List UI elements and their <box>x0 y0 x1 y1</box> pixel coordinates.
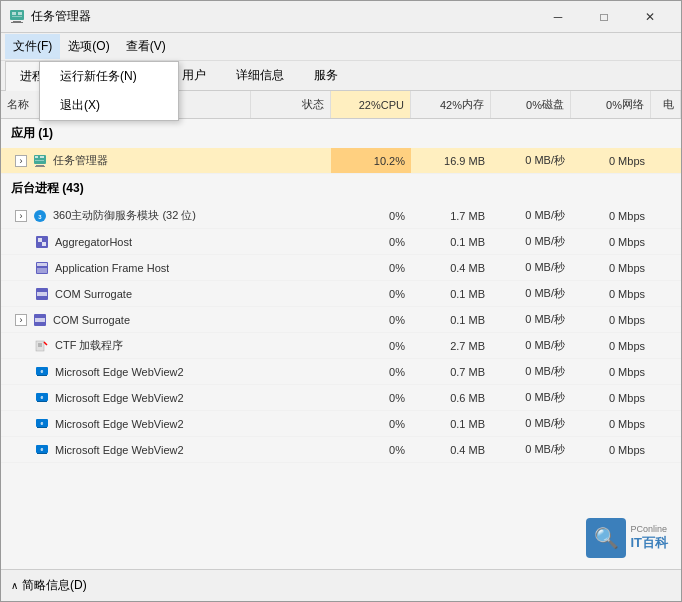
menu-run-new-task[interactable]: 运行新任务(N) <box>40 62 178 91</box>
table-row[interactable]: CTF 加载程序 0% 2.7 MB 0 MB/秒 0 Mbps <box>1 333 681 359</box>
th-network[interactable]: 0% 网络 <box>571 91 651 118</box>
title-bar: 任务管理器 ─ □ ✕ <box>1 1 681 33</box>
process-icon-task-manager <box>33 154 47 168</box>
minimize-button[interactable]: ─ <box>535 1 581 33</box>
table-row[interactable]: › 3 360主动防御服务模块 (32 位) 0% 1.7 MB 0 MB/秒 <box>1 203 681 229</box>
process-cpu: 0% <box>331 359 411 384</box>
process-name-wrapper: e Microsoft Edge WebView2 <box>7 443 184 457</box>
table-row[interactable]: e Microsoft Edge WebView2 0% 0.4 MB 0 MB… <box>1 437 681 463</box>
process-status <box>251 148 331 173</box>
process-cpu: 10.2% <box>331 148 411 173</box>
process-network: 0 Mbps <box>571 359 651 384</box>
process-name-cell: Application Frame Host <box>1 255 251 280</box>
process-icon-edge4: e <box>35 443 49 457</box>
svg-rect-9 <box>35 160 44 161</box>
process-memory: 0.4 MB <box>411 437 491 462</box>
svg-rect-8 <box>40 156 44 158</box>
process-memory: 0.4 MB <box>411 255 491 280</box>
process-disk: 0 MB/秒 <box>491 203 571 228</box>
table-row[interactable]: e Microsoft Edge WebView2 0% 0.6 MB 0 MB… <box>1 385 681 411</box>
disk-percent: 0% <box>526 99 542 111</box>
process-cpu: 0% <box>331 411 411 436</box>
process-memory: 0.1 MB <box>411 229 491 254</box>
process-name-cell: › 任务管理器 <box>1 148 251 173</box>
process-disk: 0 MB/秒 <box>491 359 571 384</box>
process-network: 0 Mbps <box>571 148 651 173</box>
process-cpu: 0% <box>331 333 411 358</box>
watermark-text: PConline IT百科 <box>630 524 668 552</box>
th-memory[interactable]: 42% 内存 <box>411 91 491 118</box>
process-icon-edge1: e <box>35 365 49 379</box>
task-manager-window: 任务管理器 ─ □ ✕ 文件(F) 选项(O) 查看(V) 运行新任务(N) 退… <box>0 0 682 602</box>
window-title: 任务管理器 <box>31 8 535 25</box>
expand-button[interactable]: › <box>15 155 27 167</box>
svg-rect-2 <box>18 12 22 15</box>
process-disk: 0 MB/秒 <box>491 307 571 332</box>
table-row[interactable]: › 任务管理器 <box>1 148 681 174</box>
table-row[interactable]: e Microsoft Edge WebView2 0% 0.7 MB 0 MB… <box>1 359 681 385</box>
tab-details[interactable]: 详细信息 <box>221 60 299 90</box>
file-dropdown-menu: 运行新任务(N) 退出(X) <box>39 61 179 121</box>
menu-exit[interactable]: 退出(X) <box>40 91 178 120</box>
svg-rect-11 <box>35 166 45 167</box>
th-cpu[interactable]: 22% CPU <box>331 91 411 118</box>
process-cpu: 0% <box>331 255 411 280</box>
process-network: 0 Mbps <box>571 385 651 410</box>
status-bar-content[interactable]: ∧ 简略信息(D) <box>11 577 87 594</box>
process-cpu: 0% <box>331 437 411 462</box>
process-status <box>251 203 331 228</box>
close-button[interactable]: ✕ <box>627 1 673 33</box>
menu-file[interactable]: 文件(F) <box>5 34 60 59</box>
maximize-button[interactable]: □ <box>581 1 627 33</box>
expand-button[interactable]: › <box>15 314 27 326</box>
process-name-cell: e Microsoft Edge WebView2 <box>1 437 251 462</box>
table-row[interactable]: COM Surrogate 0% 0.1 MB 0 MB/秒 0 Mbps <box>1 281 681 307</box>
menu-bar: 文件(F) 选项(O) 查看(V) 运行新任务(N) 退出(X) <box>1 33 681 61</box>
process-icon-edge2: e <box>35 391 49 405</box>
table-row[interactable]: Application Frame Host 0% 0.4 MB 0 MB/秒 … <box>1 255 681 281</box>
process-label: COM Surrogate <box>55 288 132 300</box>
svg-rect-1 <box>12 12 16 15</box>
menu-view[interactable]: 查看(V) <box>118 34 174 59</box>
process-icon-appframe <box>35 261 49 275</box>
process-disk: 0 MB/秒 <box>491 229 571 254</box>
chevron-up-icon: ∧ <box>11 580 18 591</box>
th-power[interactable]: 电 <box>651 91 681 118</box>
table-row[interactable]: e Microsoft Edge WebView2 0% 0.1 MB 0 MB… <box>1 411 681 437</box>
process-label: Microsoft Edge WebView2 <box>55 366 184 378</box>
cpu-label: CPU <box>381 99 404 111</box>
process-name-cell: › 3 360主动防御服务模块 (32 位) <box>1 203 251 228</box>
th-disk[interactable]: 0% 磁盘 <box>491 91 571 118</box>
process-label: AggregatorHost <box>55 236 132 248</box>
th-status[interactable]: 状态 <box>251 91 331 118</box>
process-network: 0 Mbps <box>571 437 651 462</box>
process-disk: 0 MB/秒 <box>491 148 571 173</box>
process-name-wrapper: AggregatorHost <box>7 235 132 249</box>
process-label: CTF 加载程序 <box>55 338 123 353</box>
section-apps: 应用 (1) <box>1 119 681 148</box>
menu-options[interactable]: 选项(O) <box>60 34 117 59</box>
table-row[interactable]: › COM Surrogate 0% 0.1 MB 0 MB/秒 0 Mb <box>1 307 681 333</box>
watermark-brand: IT百科 <box>630 534 668 552</box>
process-network: 0 Mbps <box>571 255 651 280</box>
svg-rect-28 <box>37 375 47 376</box>
process-label: Microsoft Edge WebView2 <box>55 444 184 456</box>
process-memory: 0.6 MB <box>411 385 491 410</box>
process-cpu: 0% <box>331 385 411 410</box>
watermark-site: PConline <box>630 524 668 534</box>
net-label: 网络 <box>622 97 644 112</box>
process-name-cell: e Microsoft Edge WebView2 <box>1 359 251 384</box>
expand-button[interactable]: › <box>15 210 27 222</box>
tab-services[interactable]: 服务 <box>299 60 353 90</box>
table-body[interactable]: 应用 (1) › <box>1 119 681 569</box>
table-row[interactable]: AggregatorHost 0% 0.1 MB 0 MB/秒 0 Mbps <box>1 229 681 255</box>
process-name-wrapper: COM Surrogate <box>7 287 132 301</box>
window-controls: ─ □ ✕ <box>535 1 673 33</box>
svg-rect-37 <box>37 453 47 454</box>
cpu-percent: 22% <box>359 99 381 111</box>
process-name-wrapper: CTF 加载程序 <box>7 338 123 353</box>
process-name-wrapper: e Microsoft Edge WebView2 <box>7 391 184 405</box>
process-disk: 0 MB/秒 <box>491 281 571 306</box>
process-table: 名称 状态 22% CPU 42% 内存 0% 磁盘 0% 网络 <box>1 91 681 569</box>
net-percent: 0% <box>606 99 622 111</box>
